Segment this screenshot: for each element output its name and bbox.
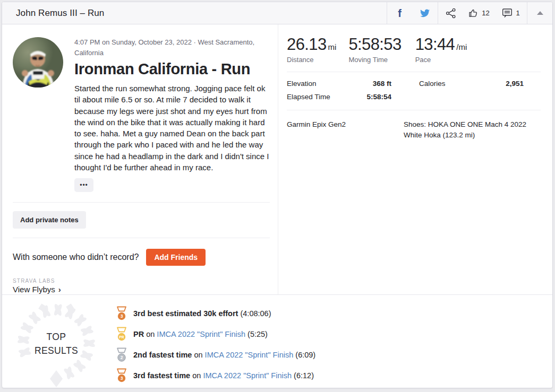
achievement-text: 3rd best estimated 30k effort (4:08:06): [133, 309, 271, 318]
svg-text:PR: PR: [119, 335, 124, 339]
achievement-text: 2nd fastest time on IMCA 2022 "Sprint" F…: [133, 351, 315, 359]
chevron-right-icon: ›: [58, 285, 61, 294]
gear-shoes[interactable]: Shoes: HOKA ONE ONE Mach 4 2022 White Ho…: [404, 119, 536, 140]
achievement-row: 2 2nd fastest time on IMCA 2022 "Sprint"…: [116, 347, 315, 362]
silver-medal-icon: 2: [116, 347, 127, 362]
top-results-badge: TOP RESULTS: [12, 299, 101, 388]
kudos-count: 12: [482, 9, 489, 17]
facebook-icon: f: [398, 8, 402, 19]
activity-card: John Remus III – Run f: [2, 2, 553, 388]
social-toolbar: f 12: [387, 2, 552, 24]
svg-text:3: 3: [121, 313, 123, 319]
view-flybys-link[interactable]: View Flybys›: [13, 285, 61, 294]
gold-pr-medal-icon: PR: [116, 327, 127, 341]
add-friends-button[interactable]: Add Friends: [146, 249, 206, 266]
activity-description: Started the run somewhat strong. Jogging…: [74, 83, 273, 173]
facebook-share-button[interactable]: f: [387, 2, 412, 24]
share-button[interactable]: [438, 2, 463, 24]
achievement-row: 3 3rd best estimated 30k effort (4:08:06…: [116, 306, 315, 320]
page-title: John Remus III – Run: [2, 8, 104, 19]
comment-count: 1: [516, 9, 519, 17]
segment-link[interactable]: IMCA 2022 "Sprint" Finish: [157, 330, 245, 338]
kudos-button[interactable]: 12: [463, 2, 495, 24]
achievements-list: 3 3rd best estimated 30k effort (4:08:06…: [116, 299, 315, 388]
gear-device: Garmin Epix Gen2: [287, 119, 404, 140]
comment-icon: [502, 8, 513, 18]
segment-link[interactable]: IMCA 2022 "Sprint" Finish: [205, 351, 294, 359]
activity-title: Ironman California - Run: [74, 60, 275, 78]
activity-details-column: 4:07 PM on Sunday, October 23, 2022 · We…: [2, 24, 278, 294]
twitter-icon: [419, 7, 431, 19]
segment-link[interactable]: IMCA 2022 "Sprint" Finish: [203, 371, 292, 380]
stat-distance: 26.13mi Distance: [287, 35, 336, 64]
stat-elevation: Elevation368 ft: [287, 77, 391, 90]
more-options-button[interactable]: •••: [74, 178, 93, 192]
activity-header: John Remus III – Run f: [2, 2, 552, 24]
add-private-notes-button[interactable]: Add private notes: [13, 211, 86, 229]
activity-timestamp: 4:07 PM on Sunday, October 23, 2022 · We…: [74, 37, 275, 58]
stat-calories: Calories2,951: [419, 77, 524, 90]
bronze-medal-icon: 3: [116, 368, 127, 382]
share-icon: [445, 7, 457, 19]
thumbs-up-icon: [468, 8, 479, 18]
stat-moving-time: 5:58:53 Moving Time: [348, 35, 403, 64]
stat-empty-cell: [419, 90, 524, 103]
collapse-header-button[interactable]: [527, 2, 552, 24]
achievement-row: PR PR on IMCA 2022 "Sprint" Finish (5:25…: [116, 327, 315, 341]
athlete-photo: [13, 37, 63, 88]
strava-labs-label: STRAVA LABS: [13, 278, 278, 284]
twitter-share-button[interactable]: [412, 2, 438, 24]
top-results-label: TOP RESULTS: [12, 299, 101, 388]
top-results-section: TOP RESULTS 3 3rd best estimated 30k eff…: [2, 294, 552, 388]
bronze-medal-icon: 3: [116, 306, 127, 320]
svg-text:2: 2: [121, 355, 123, 360]
activity-main: 4:07 PM on Sunday, October 23, 2022 · We…: [2, 24, 552, 294]
achievement-row: 3 3rd fastest time on IMCA 2022 "Sprint"…: [116, 368, 315, 382]
stat-pace: 13:44/mi Pace: [415, 35, 467, 64]
friends-prompt: With someone who didn’t record?: [13, 252, 139, 262]
athlete-avatar[interactable]: [13, 37, 63, 88]
chevron-up-icon: [537, 11, 543, 15]
stats-column: 26.13mi Distance 5:58:53 Moving Time 13:…: [278, 24, 552, 294]
comments-button[interactable]: 1: [495, 2, 527, 24]
stat-elapsed-time: Elapsed Time5:58:54: [287, 90, 391, 103]
svg-text:3: 3: [121, 376, 123, 381]
achievement-text: PR on IMCA 2022 "Sprint" Finish (5:25): [133, 330, 268, 338]
achievement-text: 3rd fastest time on IMCA 2022 "Sprint" F…: [133, 371, 314, 380]
